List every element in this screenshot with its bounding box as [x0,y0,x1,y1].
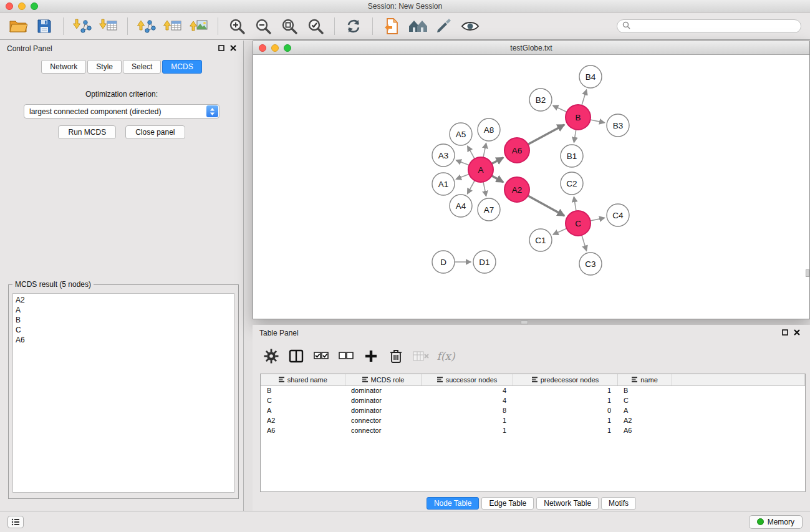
network-edge[interactable] [591,120,605,123]
network-edge[interactable] [468,181,475,194]
mcds-result-item[interactable]: A6 [16,335,231,345]
zoom-selected-icon[interactable] [304,16,327,37]
export-image-icon[interactable] [187,16,211,37]
select-all-icon[interactable] [311,346,331,366]
mcds-result-item[interactable]: A [16,305,231,315]
network-edge[interactable] [456,174,470,179]
table-cell[interactable]: 1 [513,385,617,395]
network-edge[interactable] [553,228,567,235]
document-icon[interactable] [380,16,403,37]
search-box[interactable] [617,19,801,33]
network-node-B2[interactable]: B2 [529,89,552,111]
zoom-fit-icon[interactable] [277,16,301,37]
network-node-A2[interactable]: A2 [504,177,529,202]
memory-button[interactable]: Memory [749,515,803,529]
close-network-icon[interactable] [259,44,266,52]
table-row[interactable]: Cdominator41C [261,395,805,405]
column-header-MCDS-role[interactable]: MCDS role [345,374,421,385]
table-cell[interactable]: C [617,395,672,405]
network-node-B3[interactable]: B3 [607,114,629,137]
search-input[interactable] [634,22,796,31]
table-cell[interactable]: A2 [617,415,672,425]
table-cell[interactable]: connector [345,415,421,425]
tab-edge-table[interactable]: Edge Table [481,497,534,510]
network-node-A3[interactable]: A3 [432,144,455,167]
export-table-icon[interactable] [161,16,185,37]
zoom-network-icon[interactable] [284,44,291,52]
network-node-A[interactable]: A [468,157,493,182]
tab-network[interactable]: Network [41,60,86,74]
zoom-window-icon[interactable] [31,2,38,10]
table-cell[interactable]: 1 [513,415,617,425]
float-panel-icon[interactable] [218,44,224,53]
table-cell[interactable]: dominator [345,395,421,405]
table-row[interactable]: A6connector11A6 [261,425,805,435]
home-overview-icon[interactable] [406,16,430,37]
splitter-grip-horizontal[interactable] [521,321,528,324]
network-edge[interactable] [528,196,565,216]
tab-motifs[interactable]: Motifs [601,497,636,510]
network-node-D1[interactable]: D1 [473,251,496,273]
network-canvas[interactable]: AA6A2BCA5A8A3A1A4A7B2B4B3B1C2C4C1C3DD1 [253,56,809,319]
delete-icon[interactable] [386,346,406,366]
network-node-A4[interactable]: A4 [450,195,472,217]
table-cell[interactable]: 1 [421,415,513,425]
network-node-C4[interactable]: C4 [607,204,629,226]
split-columns-icon[interactable] [286,346,306,366]
network-node-B[interactable]: B [566,105,591,130]
optimization-criterion-dropdown[interactable]: largest connected component (directed) [24,104,219,118]
network-edge[interactable] [553,105,567,112]
close-panel-button[interactable]: Close panel [125,125,185,139]
mcds-result-item[interactable]: A2 [16,295,231,305]
tab-style[interactable]: Style [87,60,122,74]
table-cell[interactable]: 4 [421,395,513,405]
table-cell[interactable]: A6 [617,425,672,435]
minimize-window-icon[interactable] [18,2,26,10]
delete-columns-icon[interactable] [411,346,431,366]
zoom-out-icon[interactable] [251,16,275,37]
tab-select[interactable]: Select [123,60,161,74]
mcds-result-item[interactable]: B [16,315,231,325]
mcds-result-item[interactable]: C [16,325,231,335]
table-cell[interactable]: A [261,405,345,415]
table-cell[interactable]: 8 [421,405,513,415]
style-brush-icon[interactable] [432,16,456,37]
network-node-A8[interactable]: A8 [478,118,500,141]
function-builder-icon[interactable]: f(x) [436,346,456,366]
network-node-B1[interactable]: B1 [561,145,583,167]
table-cell[interactable]: A2 [261,415,345,425]
network-node-A1[interactable]: A1 [432,173,455,195]
table-cell[interactable]: A [617,405,672,415]
deselect-all-icon[interactable] [336,346,356,366]
table-cell[interactable]: dominator [345,385,421,395]
network-edge[interactable] [591,218,605,221]
network-edge[interactable] [468,146,475,158]
network-node-A6[interactable]: A6 [504,138,529,163]
network-node-D[interactable]: D [432,251,455,273]
table-cell[interactable]: 1 [513,395,617,405]
table-cell[interactable]: 4 [421,385,513,395]
network-node-C[interactable]: C [566,211,591,236]
column-header-shared-name[interactable]: shared name [261,374,345,385]
network-node-C1[interactable]: C1 [529,229,552,251]
network-edge[interactable] [492,158,503,164]
add-row-icon[interactable] [361,346,381,366]
column-header-predecessor-nodes[interactable]: predecessor nodes [513,374,617,385]
column-header-name[interactable]: name [617,374,672,385]
column-header-successor-nodes[interactable]: successor nodes [421,374,513,385]
network-node-C2[interactable]: C2 [561,172,583,195]
import-network-icon[interactable] [70,16,94,37]
network-node-A7[interactable]: A7 [478,198,500,221]
network-node-C3[interactable]: C3 [579,253,602,275]
tab-node-table[interactable]: Node Table [427,497,480,510]
close-table-panel-icon[interactable] [794,329,800,337]
export-network-icon[interactable] [135,16,158,37]
table-row[interactable]: Adominator80A [261,405,805,415]
tab-mcds[interactable]: MCDS [162,60,201,74]
table-row[interactable]: A2connector11A2 [261,415,805,425]
save-session-icon[interactable] [32,16,56,37]
network-edge[interactable] [483,143,486,158]
network-node-B4[interactable]: B4 [579,65,602,88]
float-table-panel-icon[interactable] [782,329,788,337]
run-mcds-button[interactable]: Run MCDS [58,125,116,139]
